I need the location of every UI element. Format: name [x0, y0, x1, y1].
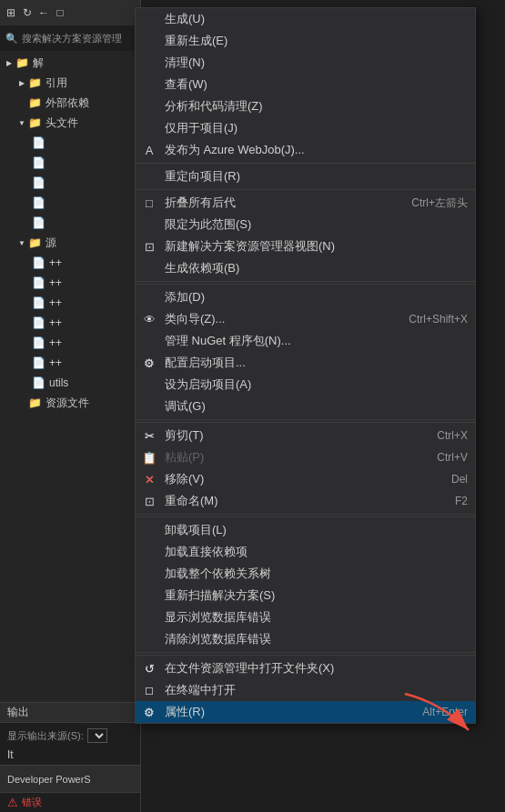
tree-item-root[interactable]: ▶ 📁 解: [0, 53, 140, 73]
context-menu: 生成(U)重新生成(E)清理(N)查看(W)分析和代码清理(Z)仅用于项目(J)…: [135, 7, 476, 724]
tree-item-refs[interactable]: ▶ 📁 引用: [0, 73, 140, 93]
tree-arrow-src: ▼: [16, 237, 27, 248]
menu-label-only-for-project: 仅用于项目(J): [165, 120, 468, 136]
menu-label-clear-db-errors: 清除浏览数据库错误: [165, 631, 468, 647]
menu-item-rename[interactable]: ⊡重命名(M)F2: [136, 490, 475, 512]
tree-label-src: 源: [45, 236, 56, 251]
menu-shortcut-remove: Del: [451, 473, 468, 486]
menu-item-debug[interactable]: 调试(G): [136, 396, 475, 417]
cut-icon: ✂: [141, 427, 157, 444]
menu-item-load-direct[interactable]: 加载直接依赖项: [136, 541, 475, 563]
tree-icon-s1: 📄: [31, 256, 45, 270]
startup-gear-icon: ⚙: [141, 355, 157, 371]
menu-item-nuget[interactable]: 管理 NuGet 程序包(N)...: [136, 330, 475, 352]
menu-item-limit-scope[interactable]: 限定为此范围(S): [136, 214, 475, 236]
error-bar: ⚠ 错误: [0, 792, 140, 812]
menu-item-retarget[interactable]: 重定向项目(R): [136, 165, 475, 187]
tree-icon-h2: 📄: [31, 155, 45, 170]
tree-icon-refs: 📁: [27, 75, 42, 90]
open-explorer-icon: ↺: [141, 660, 157, 677]
tree-item-s1[interactable]: 📄 ++: [0, 253, 140, 273]
tree-arrow-external: [16, 97, 27, 108]
menu-shortcut-cut: Ctrl+X: [437, 429, 468, 442]
menu-separator-28: [136, 655, 475, 656]
menu-item-class-wizard[interactable]: 👁类向导(Z)...Ctrl+Shift+X: [136, 308, 475, 330]
tree-item-utils[interactable]: 📄 utils: [0, 373, 140, 393]
menu-item-paste: 📋粘贴(P)Ctrl+V: [136, 446, 475, 468]
menu-item-show-db-errors[interactable]: 显示浏览数据库错误: [136, 606, 475, 628]
tree-item-s3[interactable]: 📄 ++: [0, 293, 140, 313]
tree-label-s1: ++: [49, 256, 62, 269]
error-icon: ⚠: [7, 796, 18, 809]
toolbar-icon-4[interactable]: □: [53, 5, 67, 20]
tree-label-root: 解: [33, 55, 44, 71]
tree-item-h2[interactable]: 📄: [0, 153, 140, 173]
menu-item-add[interactable]: 添加(D): [136, 286, 475, 308]
menu-item-clean[interactable]: 清理(N): [136, 52, 475, 74]
tree-icon-h1: 📄: [31, 135, 45, 150]
output-source-select[interactable]: [87, 728, 107, 743]
se-search[interactable]: 🔍 搜索解决方案资源管理: [0, 25, 140, 51]
tree-item-h4[interactable]: 📄: [0, 193, 140, 213]
tree-icon-src: 📁: [27, 236, 42, 250]
menu-label-collapse: 折叠所有后代: [165, 195, 411, 211]
tree-item-headers[interactable]: ▼ 📁 头文件: [0, 113, 140, 133]
tree-item-src[interactable]: ▼ 📁 源: [0, 233, 140, 253]
menu-item-rebuild[interactable]: 重新生成(E): [136, 30, 475, 52]
tree-icon-headers: 📁: [27, 115, 42, 130]
menu-separator-12: [136, 284, 475, 285]
menu-item-rescan[interactable]: 重新扫描解决方案(S): [136, 585, 475, 606]
tree-label-headers: 头文件: [45, 115, 78, 131]
tree-icon-s3: 📄: [31, 296, 45, 310]
menu-item-publish-webjob[interactable]: A发布为 Azure WebJob(J)...: [136, 139, 475, 161]
menu-label-startup: 配置启动项目...: [165, 355, 468, 371]
tree-item-external[interactable]: 📁 外部依赖: [0, 93, 140, 113]
menu-item-new-view[interactable]: ⊡新建解决方案资源管理器视图(N): [136, 236, 475, 257]
menu-item-only-for-project[interactable]: 仅用于项目(J): [136, 117, 475, 139]
devps-bar: Developer PowerS: [0, 765, 140, 792]
menu-item-gen-deps[interactable]: 生成依赖项(B): [136, 257, 475, 279]
menu-separator-after-21: [136, 514, 475, 515]
tree-icon-s4: 📄: [31, 316, 45, 330]
menu-item-properties[interactable]: ⚙⚙属性(R)Alt+Enter: [136, 701, 475, 723]
search-placeholder: 搜索解决方案资源管理: [22, 32, 122, 45]
menu-item-unload[interactable]: 卸载项目(L): [136, 519, 475, 541]
remove-icon: ✕: [141, 471, 157, 487]
toolbar-icon-3[interactable]: ←: [36, 5, 51, 20]
menu-item-open-in-terminal[interactable]: □□在终端中打开: [136, 679, 475, 701]
tree-item-h5[interactable]: 📄: [0, 213, 140, 233]
menu-item-analyze[interactable]: 分析和代码清理(Z): [136, 95, 475, 117]
menu-item-open-in-explorer[interactable]: ↺↺在文件资源管理中打开文件夹(X): [136, 657, 475, 679]
tree-item-s2[interactable]: 📄 ++: [0, 273, 140, 293]
menu-label-limit-scope: 限定为此范围(S): [165, 216, 468, 233]
tree-item-s5[interactable]: 📄 ++: [0, 333, 140, 353]
menu-separator-after-27: [136, 652, 475, 653]
terminal-icon: □: [141, 682, 157, 698]
menu-item-build[interactable]: 生成(U): [136, 8, 475, 30]
menu-item-set-startup[interactable]: 设为启动项目(A): [136, 374, 475, 396]
menu-item-load-tree[interactable]: 加载整个依赖关系树: [136, 563, 475, 585]
menu-item-cut[interactable]: ✂✂剪切(T)Ctrl+X: [136, 425, 475, 446]
menu-item-remove[interactable]: ✕✕移除(V)Del: [136, 468, 475, 490]
devps-label: Developer PowerS: [7, 774, 91, 785]
menu-item-collapse[interactable]: □折叠所有后代Ctrl+左箭头: [136, 192, 475, 214]
menu-item-view[interactable]: 查看(W): [136, 74, 475, 95]
tree-item-resources[interactable]: 📁 资源文件: [0, 393, 140, 413]
menu-icon-class-wizard: 👁: [141, 311, 157, 327]
menu-item-startup[interactable]: ⚙⚙配置启动项目...: [136, 352, 475, 374]
se-toolbar: ⊞ ↻ ← □: [0, 0, 140, 25]
menu-label-publish-webjob: 发布为 Azure WebJob(J)...: [165, 142, 468, 158]
tree-item-s4[interactable]: 📄 ++: [0, 313, 140, 333]
toolbar-icon-2[interactable]: ↻: [20, 5, 35, 20]
menu-label-properties: 属性(R): [165, 704, 422, 720]
tree-item-s6[interactable]: 📄 ++: [0, 353, 140, 373]
menu-label-cut: 剪切(T): [165, 427, 437, 444]
menu-label-open-in-explorer: 在文件资源管理中打开文件夹(X): [165, 660, 468, 677]
tree-icon-h5: 📄: [31, 216, 45, 230]
tree-item-h1[interactable]: 📄: [0, 133, 140, 153]
tree-icon-s2: 📄: [31, 276, 45, 290]
toolbar-icon-1[interactable]: ⊞: [4, 5, 18, 20]
menu-item-clear-db-errors[interactable]: 清除浏览数据库错误: [136, 628, 475, 650]
tree-item-h3[interactable]: 📄: [0, 173, 140, 193]
menu-label-analyze: 分析和代码清理(Z): [165, 98, 468, 115]
